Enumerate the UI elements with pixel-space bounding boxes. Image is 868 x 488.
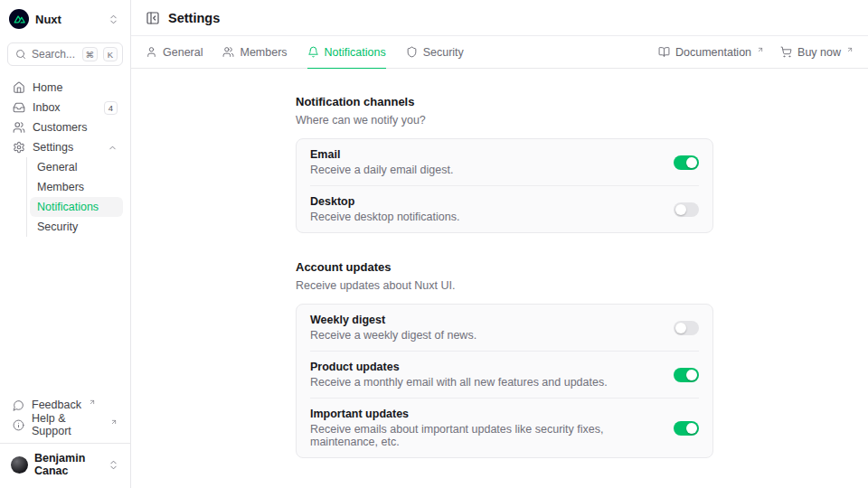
- sidebar-item-notifications[interactable]: Notifications: [30, 197, 123, 217]
- sidebar-nav: Home Inbox 4 Customers Settings General …: [7, 78, 123, 237]
- chevrons-up-down-icon: [108, 14, 119, 25]
- chevron-up-icon: [108, 143, 118, 153]
- setting-row-weekly-digest: Weekly digest Receive a weekly digest of…: [297, 305, 712, 351]
- setting-row-email: Email Receive a daily email digest.: [297, 139, 712, 185]
- user-menu[interactable]: Benjamin Canac: [7, 450, 123, 479]
- sidebar-item-inbox[interactable]: Inbox 4: [7, 98, 123, 117]
- weekly-digest-toggle[interactable]: [674, 321, 699, 335]
- sidebar-item-security[interactable]: Security: [30, 217, 123, 237]
- sidebar-item-label: Home: [33, 81, 62, 94]
- sidebar-item-general[interactable]: General: [30, 157, 123, 177]
- settings-content: Notification channels Where can we notif…: [131, 69, 868, 488]
- notification-channels-section: Notification channels Where can we notif…: [296, 95, 713, 233]
- page-title: Settings: [168, 11, 220, 25]
- sidebar-item-label: Members: [37, 181, 84, 193]
- action-label: Buy now: [797, 46, 841, 59]
- avatar: [11, 456, 28, 474]
- book-open-icon: [658, 46, 670, 58]
- setting-title: Email: [310, 148, 453, 161]
- inbox-icon: [13, 101, 25, 114]
- desktop-toggle[interactable]: [674, 202, 699, 217]
- sidebar-item-label: General: [37, 161, 77, 174]
- help-support-link[interactable]: Help & Support: [7, 415, 123, 435]
- tabbar: General Members Notifications Security D…: [131, 36, 868, 69]
- house-icon: [13, 81, 25, 94]
- team-name: Nuxt: [35, 13, 101, 26]
- sidebar-item-members[interactable]: Members: [30, 177, 123, 197]
- header-actions: Documentation Buy now: [658, 36, 854, 68]
- setting-description: Receive emails about important updates l…: [310, 423, 659, 448]
- sidebar-item-home[interactable]: Home: [7, 78, 123, 98]
- sidebar-item-settings[interactable]: Settings: [7, 137, 123, 157]
- setting-row-important-updates: Important updates Receive emails about i…: [297, 399, 712, 457]
- nuxt-logo-icon: [9, 9, 29, 29]
- settings-card: Weekly digest Receive a weekly digest of…: [296, 304, 713, 458]
- external-link-icon: [89, 399, 96, 406]
- sidebar-item-label: Security: [37, 221, 78, 233]
- user-name: Benjamin Canac: [34, 452, 101, 477]
- setting-description: Receive a monthly email with all new fea…: [310, 376, 608, 389]
- main-panel: Settings General Members Notifications S…: [131, 0, 868, 488]
- sidebar-footer: Feedback Help & Support Benjamin Canac: [7, 395, 123, 481]
- tab-general[interactable]: General: [146, 36, 203, 68]
- sidebar: Nuxt Search... ⌘ K Home Inbox 4 Customer…: [0, 0, 131, 488]
- tab-notifications[interactable]: Notifications: [307, 36, 386, 68]
- sidebar-item-customers[interactable]: Customers: [7, 117, 123, 137]
- help-support-label: Help & Support: [32, 412, 103, 437]
- users-icon: [13, 121, 25, 134]
- page-header: Settings: [131, 0, 868, 36]
- sidebar-item-label: Inbox: [33, 101, 61, 114]
- tabs: General Members Notifications Security: [146, 36, 464, 68]
- kbd-meta: ⌘: [82, 47, 99, 61]
- tab-label: Notifications: [325, 46, 386, 59]
- external-link-icon: [110, 418, 118, 426]
- users-icon: [222, 46, 234, 58]
- buy-now-link[interactable]: Buy now: [780, 46, 854, 59]
- setting-description: Receive a weekly digest of news.: [310, 329, 476, 342]
- chevrons-up-down-icon: [108, 459, 119, 471]
- section-description: Where can we notify you?: [296, 114, 713, 127]
- sidebar-item-label: Customers: [33, 121, 87, 134]
- section-title: Account updates: [296, 260, 713, 274]
- setting-title: Desktop: [310, 195, 459, 208]
- search-placeholder: Search...: [32, 48, 77, 61]
- sidebar-item-label: Settings: [33, 141, 73, 154]
- shopping-cart-icon: [780, 46, 792, 58]
- bell-icon: [307, 46, 319, 58]
- settings-subnav: General Members Notifications Security: [26, 157, 123, 237]
- user-icon: [146, 46, 157, 58]
- inbox-count-badge: 4: [104, 101, 118, 115]
- gear-icon: [13, 141, 25, 154]
- tab-security[interactable]: Security: [406, 36, 464, 68]
- external-link-icon: [846, 46, 854, 53]
- panel-left-close-icon[interactable]: [146, 11, 160, 25]
- section-description: Receive updates about Nuxt UI.: [296, 279, 713, 292]
- tab-label: Security: [423, 46, 464, 59]
- setting-description: Receive a daily email digest.: [310, 164, 453, 176]
- setting-title: Important updates: [310, 408, 659, 420]
- action-label: Documentation: [675, 46, 751, 59]
- kbd-key: K: [103, 47, 118, 61]
- feedback-label: Feedback: [32, 399, 81, 411]
- tab-label: Members: [240, 46, 287, 59]
- setting-title: Weekly digest: [310, 314, 476, 326]
- settings-card: Email Receive a daily email digest. Desk…: [296, 138, 713, 233]
- setting-description: Receive desktop notifications.: [310, 211, 459, 223]
- section-title: Notification channels: [296, 95, 713, 108]
- email-toggle[interactable]: [674, 155, 699, 170]
- setting-row-desktop: Desktop Receive desktop notifications.: [297, 186, 712, 232]
- account-updates-section: Account updates Receive updates about Nu…: [296, 260, 713, 458]
- message-circle-icon: [13, 399, 24, 411]
- setting-row-product-updates: Product updates Receive a monthly email …: [297, 352, 712, 398]
- tab-label: General: [163, 46, 203, 59]
- team-switcher[interactable]: Nuxt: [7, 7, 123, 31]
- external-link-icon: [757, 46, 764, 53]
- shield-icon: [406, 46, 418, 58]
- info-circle-icon: [13, 419, 24, 431]
- user-section: Benjamin Canac: [0, 443, 130, 481]
- product-updates-toggle[interactable]: [674, 368, 699, 382]
- documentation-link[interactable]: Documentation: [658, 46, 764, 59]
- tab-members[interactable]: Members: [222, 36, 287, 68]
- search-input[interactable]: Search... ⌘ K: [7, 42, 123, 66]
- important-updates-toggle[interactable]: [674, 421, 699, 436]
